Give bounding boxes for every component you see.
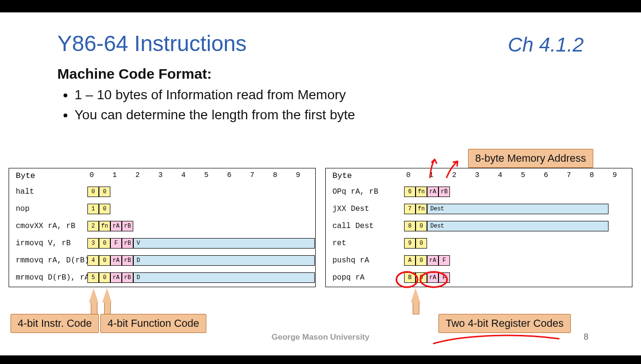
- encoding-row: mrmovq D(rB), rA50rArBD: [16, 270, 315, 285]
- register-nibble: rA: [110, 272, 122, 283]
- byte-index: 7: [565, 171, 573, 179]
- opcode-nibble: 0: [416, 255, 427, 266]
- byte-index: 4: [496, 171, 504, 179]
- byte-index: 9: [610, 171, 619, 179]
- page-number: 8: [584, 332, 588, 342]
- byte-index: 6: [225, 171, 234, 179]
- slide: Y86-64 Instructions Ch 4.1.2 Machine Cod…: [0, 12, 641, 355]
- immediate-field: D: [133, 255, 315, 266]
- opcode-nibble: 0: [99, 187, 110, 197]
- opcode-nibble: A: [404, 255, 416, 266]
- encoding-row: cmovXX rA, rB2fnrArB: [16, 219, 133, 233]
- mnemonic: ret: [332, 239, 404, 248]
- opcode-nibble: 0: [416, 238, 427, 249]
- opcode-nibble: 0: [99, 204, 110, 214]
- mnemonic: mrmovq D(rB), rA: [16, 273, 87, 282]
- byte-index: 3: [156, 171, 165, 179]
- encoding-table-left: Byte0123456789halt00nop10cmovXX rA, rB2f…: [9, 168, 316, 287]
- byte-index: 4: [179, 171, 188, 179]
- register-nibble: rB: [122, 238, 133, 249]
- register-nibble: rA: [427, 255, 438, 266]
- register-nibble: rB: [122, 272, 133, 283]
- byte-index: 1: [427, 171, 436, 179]
- arrow-up-icon: [89, 288, 98, 302]
- encoding-table-right: Byte0123456789OPq rA, rB6fnrArBjXX Dest7…: [325, 168, 632, 287]
- opcode-nibble: 4: [87, 255, 99, 266]
- register-nibble: rA: [427, 272, 438, 283]
- byte-index: 0: [404, 171, 413, 179]
- encoding-row: irmovq V, rB30FrBV: [16, 236, 315, 250]
- mnemonic: cmovXX rA, rB: [16, 222, 87, 230]
- encoding-row: call Dest80Dest: [332, 219, 609, 233]
- opcode-nibble: 6: [404, 187, 416, 197]
- register-nibble: rA: [110, 221, 122, 231]
- immediate-field: V: [133, 238, 315, 249]
- letterbox-top: [0, 0, 641, 12]
- mnemonic: irmovq V, rB: [16, 239, 87, 248]
- byte-index: 6: [542, 171, 550, 179]
- opcode-nibble: 0: [87, 187, 99, 197]
- mnemonic: jXX Dest: [332, 205, 404, 213]
- opcode-nibble: 8: [404, 221, 416, 231]
- encoding-row: popq rAB0rAF: [332, 270, 450, 285]
- byte-index: 7: [248, 171, 256, 179]
- opcode-nibble: B: [404, 272, 416, 283]
- opcode-nibble: fn: [416, 204, 427, 214]
- mnemonic: rmmovq rA, D(rB): [16, 256, 87, 265]
- footer-text: George Mason University: [0, 333, 641, 342]
- letterbox-bottom: [0, 355, 641, 364]
- opcode-nibble: 2: [87, 221, 99, 231]
- byte-index: 5: [519, 171, 527, 179]
- mnemonic: OPq rA, rB: [332, 187, 404, 196]
- subtitle: Machine Code Format:: [0, 56, 641, 82]
- register-nibble: rB: [122, 255, 133, 266]
- byte-index: 2: [133, 171, 142, 179]
- byte-index: 8: [271, 171, 279, 179]
- arrow-up-icon: [102, 288, 112, 302]
- immediate-field: D: [133, 272, 315, 283]
- opcode-nibble: 1: [87, 204, 99, 214]
- register-nibble: F: [438, 272, 450, 283]
- encoding-row: jXX Dest7fnDest: [332, 202, 609, 216]
- encoding-row: OPq rA, rB6fnrArB: [332, 185, 450, 199]
- immediate-field: Dest: [427, 204, 609, 214]
- slide-title: Y86-64 Instructions: [57, 31, 246, 56]
- opcode-nibble: 3: [87, 238, 99, 249]
- immediate-field: Dest: [427, 221, 609, 231]
- byte-index: 2: [450, 171, 459, 179]
- mnemonic: call Dest: [332, 222, 404, 230]
- opcode-nibble: 9: [404, 238, 416, 249]
- encoding-row: halt00: [16, 185, 110, 199]
- opcode-nibble: 0: [416, 272, 427, 283]
- byte-header-label: Byte: [332, 171, 352, 180]
- opcode-nibble: 0: [99, 255, 110, 266]
- opcode-nibble: fn: [416, 187, 427, 197]
- callout-instr-code: 4-bit Instr. Code: [11, 314, 99, 333]
- opcode-nibble: 5: [87, 272, 99, 283]
- byte-index: 9: [294, 171, 302, 179]
- encoding-row: rmmovq rA, D(rB)40rArBD: [16, 253, 315, 268]
- byte-index: 0: [87, 171, 96, 179]
- byte-header-label: Byte: [16, 171, 35, 180]
- opcode-nibble: 0: [99, 238, 110, 249]
- opcode-nibble: 0: [99, 272, 110, 283]
- opcode-nibble: fn: [99, 221, 110, 231]
- register-nibble: rB: [438, 187, 450, 197]
- register-nibble: F: [110, 238, 122, 249]
- bullet-item: You can determine the length from the fi…: [75, 105, 641, 125]
- encoding-row: pushq rAA0rAF: [332, 253, 450, 268]
- encoding-row: nop10: [16, 202, 110, 216]
- bullet-list: 1 – 10 bytes of Information read from Me…: [61, 85, 641, 125]
- opcode-nibble: 7: [404, 204, 416, 214]
- register-nibble: rA: [110, 255, 122, 266]
- opcode-nibble: 0: [416, 221, 427, 231]
- register-nibble: F: [438, 255, 450, 266]
- mnemonic: nop: [16, 205, 87, 213]
- register-nibble: rB: [122, 221, 133, 231]
- arrow-up-icon: [411, 288, 420, 302]
- chapter-ref: Ch 4.1.2: [508, 33, 584, 56]
- callout-memory-address: 8-byte Memory Address: [468, 149, 593, 168]
- byte-index: 5: [202, 171, 211, 179]
- mnemonic: halt: [16, 187, 87, 196]
- byte-index: 1: [110, 171, 119, 179]
